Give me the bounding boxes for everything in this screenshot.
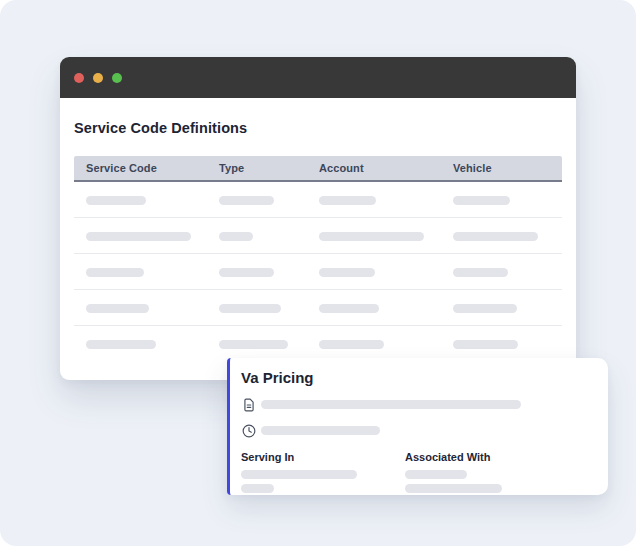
column-header: Account (307, 162, 441, 174)
page-background: Service Code Definitions Service CodeTyp… (0, 0, 636, 546)
table-cell (207, 263, 307, 281)
skeleton-bar (319, 268, 375, 277)
skeleton-bar (453, 268, 508, 277)
table-row (74, 218, 562, 254)
minimize-window-button[interactable] (93, 73, 103, 83)
skeleton-bar (453, 340, 518, 349)
table-header-row: Service CodeTypeAccountVehicle (74, 156, 562, 182)
skeleton-bar (453, 232, 538, 241)
section-label: Associated With (405, 451, 502, 463)
section-bars (405, 470, 502, 493)
table-cell (441, 299, 562, 317)
table-cell (74, 263, 207, 281)
skeleton-bar (219, 340, 288, 349)
browser-window: Service Code Definitions Service CodeTyp… (60, 57, 576, 380)
card-time-row (241, 423, 594, 438)
table-cell (307, 191, 441, 209)
skeleton-bar (319, 196, 376, 205)
skeleton-bar (319, 340, 384, 349)
serving-in-section: Serving In (241, 451, 405, 493)
column-header: Service Code (74, 162, 207, 174)
table-row (74, 290, 562, 326)
table-row (74, 326, 562, 362)
skeleton-bar (241, 484, 274, 493)
associated-with-section: Associated With (405, 451, 502, 493)
skeleton-bar (319, 232, 424, 241)
skeleton-bar (261, 426, 380, 435)
table-cell (307, 299, 441, 317)
skeleton-bar (86, 304, 149, 313)
window-content: Service Code Definitions Service CodeTyp… (60, 120, 576, 362)
skeleton-bar (86, 268, 144, 277)
table-cell (441, 191, 562, 209)
va-pricing-card: Va Pricing Serving In (227, 358, 608, 495)
table-row (74, 182, 562, 218)
table-cell (207, 227, 307, 245)
service-code-table: Service CodeTypeAccountVehicle (74, 156, 562, 362)
skeleton-bar (453, 304, 517, 313)
section-label: Serving In (241, 451, 405, 463)
skeleton-bar (219, 232, 253, 241)
table-cell (441, 335, 562, 353)
skeleton-bar (261, 400, 521, 409)
page-title: Service Code Definitions (74, 120, 562, 136)
card-title: Va Pricing (241, 369, 594, 386)
close-window-button[interactable] (74, 73, 84, 83)
table-cell (207, 335, 307, 353)
table-cell (441, 263, 562, 281)
table-cell (307, 335, 441, 353)
table-cell (207, 299, 307, 317)
skeleton-bar (219, 196, 274, 205)
column-header: Vehicle (441, 162, 562, 174)
table-cell (74, 191, 207, 209)
skeleton-bar (86, 196, 146, 205)
skeleton-bar (319, 304, 379, 313)
clock-icon (241, 423, 256, 438)
table-cell (207, 191, 307, 209)
table-body (74, 182, 562, 362)
table-cell (74, 227, 207, 245)
skeleton-bar (86, 232, 191, 241)
skeleton-bar (405, 470, 467, 479)
table-cell (307, 227, 441, 245)
section-bars (241, 470, 405, 493)
table-cell (441, 227, 562, 245)
card-sections: Serving In Associated With (241, 451, 594, 493)
table-cell (74, 335, 207, 353)
maximize-window-button[interactable] (112, 73, 122, 83)
skeleton-bar (241, 470, 357, 479)
window-titlebar (60, 57, 576, 98)
skeleton-bar (405, 484, 502, 493)
skeleton-bar (219, 304, 281, 313)
column-header: Type (207, 162, 307, 174)
document-icon (241, 397, 256, 412)
table-row (74, 254, 562, 290)
card-description-row (241, 397, 594, 412)
skeleton-bar (453, 196, 510, 205)
table-cell (307, 263, 441, 281)
table-cell (74, 299, 207, 317)
skeleton-bar (86, 340, 156, 349)
skeleton-bar (219, 268, 274, 277)
